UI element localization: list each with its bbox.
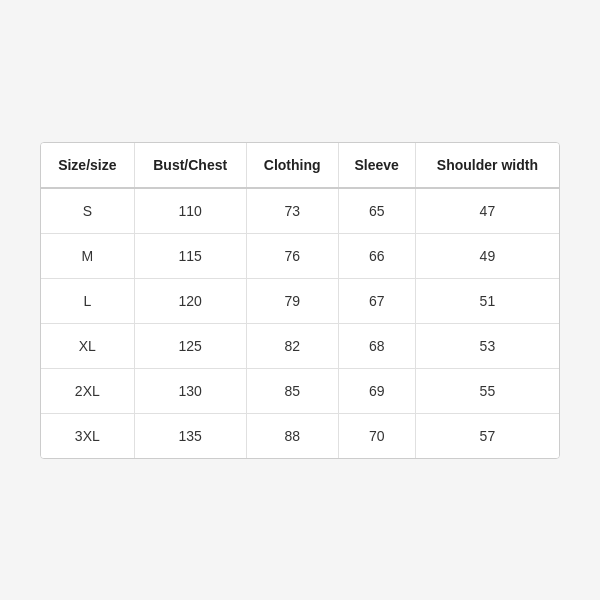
table-row: S110736547 xyxy=(41,188,559,234)
cell-bust: 130 xyxy=(134,368,246,413)
cell-bust: 110 xyxy=(134,188,246,234)
table-row: L120796751 xyxy=(41,278,559,323)
cell-clothing: 79 xyxy=(246,278,338,323)
cell-bust: 120 xyxy=(134,278,246,323)
cell-shoulder: 51 xyxy=(415,278,559,323)
table-row: 3XL135887057 xyxy=(41,413,559,458)
table-header-row: Size/size Bust/Chest Clothing Sleeve Sho… xyxy=(41,143,559,188)
cell-shoulder: 49 xyxy=(415,233,559,278)
cell-shoulder: 53 xyxy=(415,323,559,368)
cell-bust: 135 xyxy=(134,413,246,458)
cell-clothing: 76 xyxy=(246,233,338,278)
cell-clothing: 82 xyxy=(246,323,338,368)
header-sleeve: Sleeve xyxy=(338,143,415,188)
cell-clothing: 73 xyxy=(246,188,338,234)
table-row: XL125826853 xyxy=(41,323,559,368)
cell-sleeve: 67 xyxy=(338,278,415,323)
cell-clothing: 85 xyxy=(246,368,338,413)
cell-bust: 125 xyxy=(134,323,246,368)
cell-sleeve: 70 xyxy=(338,413,415,458)
header-clothing: Clothing xyxy=(246,143,338,188)
cell-shoulder: 55 xyxy=(415,368,559,413)
cell-sleeve: 68 xyxy=(338,323,415,368)
table-row: M115766649 xyxy=(41,233,559,278)
cell-bust: 115 xyxy=(134,233,246,278)
cell-size: L xyxy=(41,278,134,323)
cell-shoulder: 57 xyxy=(415,413,559,458)
cell-sleeve: 66 xyxy=(338,233,415,278)
size-chart-container: Size/size Bust/Chest Clothing Sleeve Sho… xyxy=(40,142,560,459)
table-body: S110736547M115766649L120796751XL12582685… xyxy=(41,188,559,458)
cell-clothing: 88 xyxy=(246,413,338,458)
table-row: 2XL130856955 xyxy=(41,368,559,413)
cell-size: M xyxy=(41,233,134,278)
cell-size: S xyxy=(41,188,134,234)
cell-size: XL xyxy=(41,323,134,368)
cell-sleeve: 69 xyxy=(338,368,415,413)
header-shoulder: Shoulder width xyxy=(415,143,559,188)
cell-size: 2XL xyxy=(41,368,134,413)
cell-shoulder: 47 xyxy=(415,188,559,234)
cell-sleeve: 65 xyxy=(338,188,415,234)
cell-size: 3XL xyxy=(41,413,134,458)
size-chart-table: Size/size Bust/Chest Clothing Sleeve Sho… xyxy=(41,143,559,458)
header-bust: Bust/Chest xyxy=(134,143,246,188)
header-size: Size/size xyxy=(41,143,134,188)
